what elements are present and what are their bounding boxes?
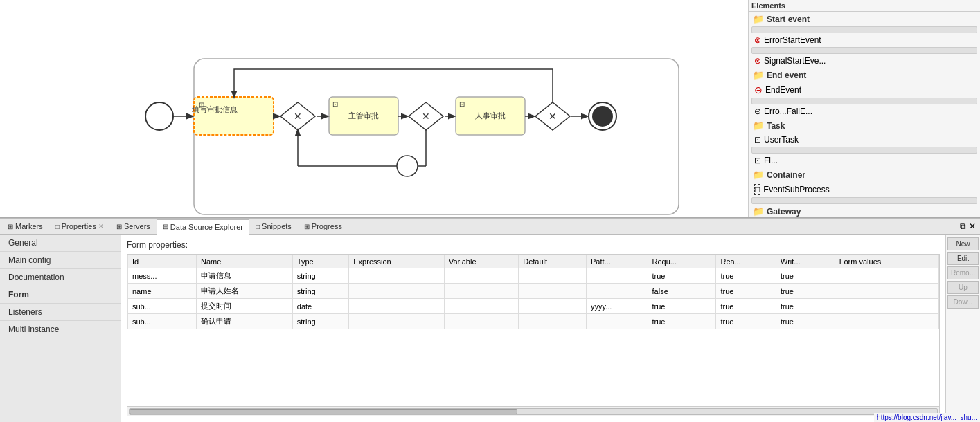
table-row[interactable]: sub...提交时间dateyyyy...truetruetrue	[128, 299, 939, 314]
table-row[interactable]: sub...确认申请stringtruetruetrue	[128, 314, 939, 329]
folder-icon-2: 📁	[753, 70, 764, 80]
tab-progress[interactable]: ⊞ Progress	[298, 219, 348, 234]
error-start-icon: ⊗	[754, 35, 761, 45]
tab-servers[interactable]: ⊞ Servers	[110, 219, 157, 234]
tab-snippets[interactable]: □ Snippets	[249, 219, 298, 234]
cell-name: 提交时间	[196, 299, 292, 314]
cell-default	[519, 284, 587, 299]
cell-name: 申请信息	[196, 268, 292, 284]
item-error-end-event[interactable]: ⊝ Erro...FailE...	[749, 104, 980, 118]
svg-text:主管审批: 主管审批	[348, 111, 379, 120]
svg-text:✕: ✕	[294, 111, 302, 122]
horizontal-scrollbar[interactable]	[127, 406, 939, 416]
cell-pattern: yyyy...	[586, 299, 648, 314]
tab-bar: ⊞ Markers □ Properties ✕ ⊞ Servers ⊟ Dat…	[0, 218, 980, 235]
col-pattern: Patt...	[586, 255, 648, 268]
script-task-icon: ⊡	[754, 156, 761, 165]
left-navigation: General Main config Documentation Form L…	[0, 235, 121, 422]
bpmn-diagram: ⊡ 填写审批信息 ✕ ⊡ 主管审批 ✕ ⊡ 人事审批	[0, 0, 748, 218]
main-form-content: Form properties: Id Name Type Expression…	[121, 235, 945, 422]
cell-writable: true	[776, 284, 835, 299]
cell-variable	[444, 314, 518, 329]
cell-default	[519, 299, 587, 314]
col-variable: Variable	[444, 255, 518, 268]
item-script-task[interactable]: ⊡ Fi...	[749, 154, 980, 167]
nav-general[interactable]: General	[0, 235, 121, 252]
status-bar: https://blog.csdn.net/jiav..._shu...	[874, 413, 980, 422]
error-end-icon: ⊝	[754, 107, 761, 116]
cell-required: true	[648, 299, 716, 314]
up-button[interactable]: Up	[947, 281, 979, 294]
nav-listeners[interactable]: Listeners	[0, 304, 121, 321]
tab-data-source[interactable]: ⊟ Data Source Explorer	[157, 219, 249, 235]
item-event-subprocess[interactable]: □ EventSubProcess	[749, 182, 980, 197]
cell-readable: true	[716, 299, 776, 314]
nav-main-config[interactable]: Main config	[0, 252, 121, 269]
table-row[interactable]: name申请人姓名stringfalsetruetrue	[128, 284, 939, 299]
scrollbar-track[interactable]	[129, 408, 938, 415]
cell-type: string	[292, 284, 348, 299]
svg-text:✕: ✕	[422, 111, 430, 122]
item-user-task[interactable]: ⊡ UserTask	[749, 133, 980, 147]
maximize-button[interactable]: ⧉	[960, 221, 966, 231]
table-scroll-area[interactable]: Id Name Type Expression Variable Default…	[127, 255, 939, 406]
tab-markers[interactable]: ⊞ Markers	[1, 219, 49, 234]
svg-text:⊡: ⊡	[459, 100, 465, 108]
item-end-event[interactable]: ⊝ EndEvent	[749, 82, 980, 98]
cell-pattern	[586, 314, 648, 329]
new-button[interactable]: New	[947, 237, 979, 250]
cell-expression	[349, 268, 445, 284]
form-properties-table: Id Name Type Expression Variable Default…	[127, 255, 939, 329]
svg-text:填写审批信息: 填写审批信息	[191, 105, 238, 113]
svg-point-24	[592, 106, 613, 127]
properties-tab-icon: □	[55, 223, 60, 230]
edit-button[interactable]: Edit	[947, 252, 979, 265]
servers-tab-icon: ⊞	[116, 223, 122, 230]
cell-id: mess...	[128, 268, 197, 284]
category-container: 📁 Container	[749, 167, 980, 182]
end-event-icon: ⊝	[754, 84, 763, 95]
down-button[interactable]: Dow...	[947, 295, 979, 309]
svg-text:⊡: ⊡	[332, 100, 338, 108]
col-name: Name	[196, 255, 292, 268]
item-error-start-event[interactable]: ⊗ ErrorStartEvent	[749, 33, 980, 47]
cell-id: sub...	[128, 299, 197, 314]
tab-properties[interactable]: □ Properties ✕	[49, 219, 110, 234]
cell-pattern	[586, 268, 648, 284]
folder-icon-3: 📁	[753, 120, 764, 131]
table-row[interactable]: mess...申请信息stringtruetruetrue	[128, 268, 939, 284]
cell-required: true	[648, 314, 716, 329]
properties-close[interactable]: ✕	[98, 223, 104, 230]
form-properties-label: Form properties:	[127, 240, 940, 250]
cell-type: date	[292, 299, 348, 314]
nav-documentation[interactable]: Documentation	[0, 269, 121, 286]
panel-title: Elements	[751, 1, 785, 10]
item-signal-start-event[interactable]: ⊗ SignalStartEve...	[749, 54, 980, 68]
user-task-icon: ⊡	[754, 135, 761, 145]
col-expression: Expression	[349, 255, 445, 268]
subprocess-icon: □	[754, 184, 760, 195]
cell-type: string	[292, 314, 348, 329]
cell-id: name	[128, 284, 197, 299]
right-panel: Elements 📁 Start event ⊗ ErrorStartEvent…	[748, 0, 980, 218]
bottom-content: General Main config Documentation Form L…	[0, 235, 980, 422]
progress-tab-icon: ⊞	[304, 223, 310, 230]
category-gateway: 📁 Gateway	[749, 204, 980, 218]
cell-type: string	[292, 268, 348, 284]
cell-writable: true	[776, 314, 835, 329]
col-required: Requ...	[648, 255, 716, 268]
close-view-button[interactable]: ✕	[969, 221, 976, 231]
folder-icon: 📁	[753, 14, 764, 24]
cell-name: 申请人姓名	[196, 284, 292, 299]
scrollbar-thumb[interactable]	[130, 409, 517, 414]
nav-multi-instance[interactable]: Multi instance	[0, 321, 121, 338]
cell-expression	[349, 284, 445, 299]
cell-readable: true	[716, 314, 776, 329]
cell-id: sub...	[128, 314, 197, 329]
datasource-tab-icon: ⊟	[163, 223, 168, 230]
cell-readable: true	[716, 284, 776, 299]
remove-button[interactable]: Remo...	[947, 266, 979, 279]
cell-variable	[444, 284, 518, 299]
folder-icon-4: 📁	[753, 169, 764, 180]
nav-form[interactable]: Form	[0, 286, 121, 304]
